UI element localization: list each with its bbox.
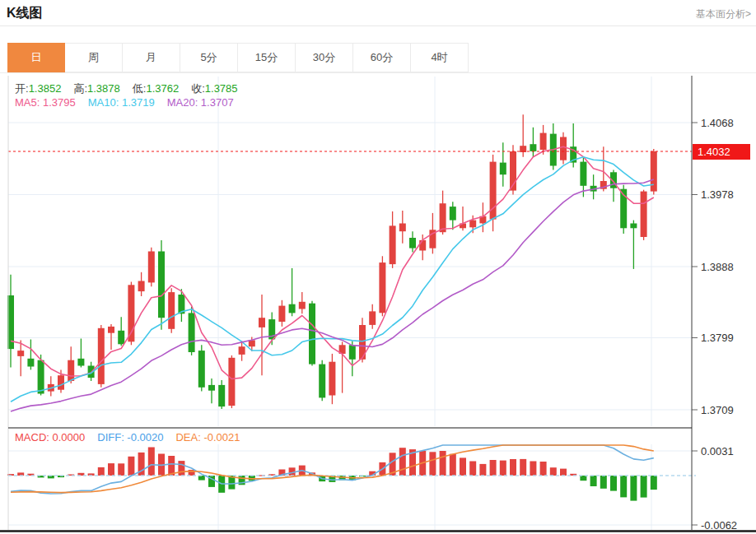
kline-panel: K线图 基本面分析> 日周月5分15分30分60分4时 开:1.3852高:1.… [0,0,756,534]
price-axis-label: 1.3978 [701,188,734,201]
ma-item: MA5: 1.3795 [15,96,76,109]
price-axis-label: 1.4068 [701,117,734,129]
ohlc-item: 收:1.3785 [191,82,237,95]
macd-axis-label: 0.0031 [701,445,734,457]
macd-item: MACD: 0.0000 [15,431,85,443]
ohlc-item: 开:1.3852 [15,82,61,95]
ohlc-item: 高:1.3878 [73,82,119,95]
macd-item: DEA: -0.0021 [175,431,240,443]
kline-chart[interactable] [0,0,756,534]
macd-axis-label: -0.0062 [701,519,737,532]
ma-item: MA10: 1.3719 [88,96,155,109]
price-axis-label: 1.3888 [701,261,734,273]
ma-item: MA20: 1.3707 [167,96,234,109]
macd-readout: MACD: 0.0000DIFF: -0.0020DEA: -0.0021 [15,431,253,443]
price-axis-label: 1.3709 [701,404,734,416]
macd-item: DIFF: -0.0020 [97,431,163,443]
ma-readout: MA5: 1.3795MA10: 1.3719MA20: 1.3707 [15,96,246,109]
current-price-badge: 1.4032 [693,144,750,160]
ohlc-item: 低:1.3762 [133,82,179,95]
ohlc-readout: 开:1.3852高:1.3878低:1.3762收:1.3785 [15,81,250,96]
price-axis-label: 1.3799 [701,332,734,344]
